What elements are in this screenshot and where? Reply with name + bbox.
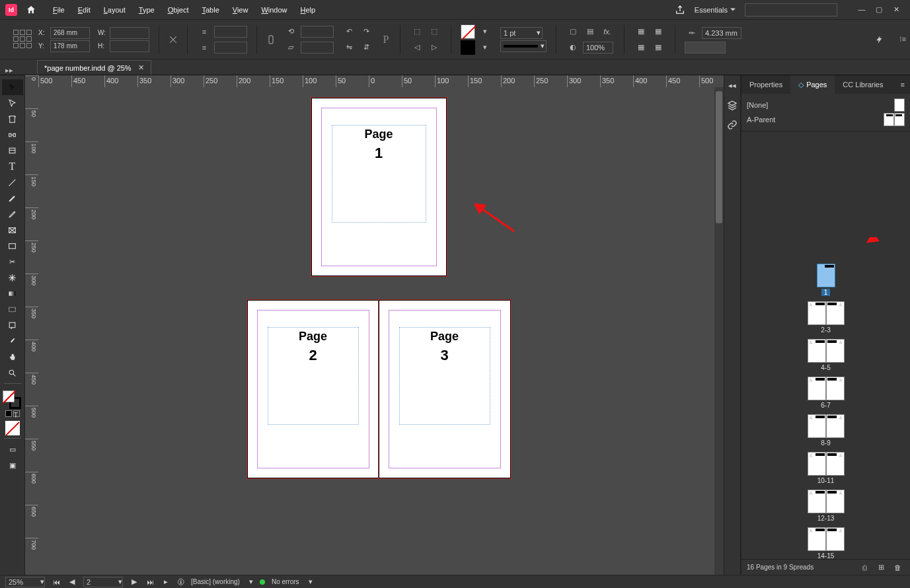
menu-window[interactable]: Window [254, 0, 293, 20]
object-style-select[interactable] [685, 42, 726, 54]
view-mode-preview-icon[interactable]: ▣ [2, 457, 23, 473]
rectangle-tool-icon[interactable] [2, 238, 23, 254]
menu-view[interactable]: View [226, 0, 255, 20]
content-collector-tool-icon[interactable] [2, 143, 23, 159]
links-panel-icon[interactable] [726, 119, 738, 131]
close-tab-icon[interactable]: ✕ [138, 63, 144, 72]
gradient-swatch-tool-icon[interactable] [2, 285, 23, 301]
fill-dropdown-icon[interactable]: ▾ [478, 24, 492, 39]
shear-select[interactable] [301, 42, 334, 54]
share-icon[interactable] [675, 5, 685, 15]
fit-content-icon[interactable]: ▦ [634, 24, 648, 39]
edit-page-size-icon[interactable]: ⎙ [862, 564, 873, 571]
direct-selection-tool-icon[interactable] [2, 95, 23, 111]
page-thumb-6-7[interactable]: AA6-7 [808, 377, 845, 409]
gradient-feather-tool-icon[interactable] [2, 301, 23, 317]
opacity-input[interactable]: 100% [583, 42, 613, 54]
select-container-icon[interactable]: ⬚ [410, 24, 424, 39]
rotate-icon[interactable]: ⟲ [284, 24, 298, 39]
shear-icon[interactable]: ▱ [284, 40, 298, 55]
fit-frame-icon[interactable]: ▦ [651, 24, 665, 39]
auto-fit-icon[interactable]: ▦ [634, 40, 648, 55]
line-tool-icon[interactable] [2, 174, 23, 190]
rotate-select[interactable] [301, 26, 334, 38]
parent-none[interactable]: [None] [747, 98, 905, 112]
prev-spread-button[interactable]: ◀ [67, 577, 77, 586]
rotate-ccw-icon[interactable]: ↶ [342, 24, 356, 39]
scale-lock-icon[interactable] [166, 32, 180, 47]
menu-layout[interactable]: Layout [97, 0, 132, 20]
home-icon[interactable] [25, 4, 37, 16]
menu-type[interactable]: Type [132, 0, 161, 20]
page-thumb-2-3[interactable]: AA2-3 [808, 301, 845, 334]
tab-cc-libraries[interactable]: CC Libraries [835, 75, 891, 94]
tab-properties[interactable]: Properties [741, 75, 790, 94]
reference-point-grid[interactable] [13, 30, 33, 50]
search-input[interactable] [745, 3, 837, 17]
text-wrap-icon[interactable]: ▤ [583, 24, 597, 39]
scale-y-select[interactable] [214, 42, 247, 54]
page-thumb-10-11[interactable]: AA10-11 [808, 452, 845, 484]
flip-v-icon[interactable]: ⇵ [359, 40, 373, 55]
rotate-cw-icon[interactable]: ↷ [359, 24, 373, 39]
preflight-profile-icon[interactable]: 🛈 [177, 578, 184, 586]
y-input[interactable] [50, 40, 90, 52]
stroke-swatch[interactable] [461, 40, 475, 55]
delete-page-icon[interactable]: 🗑 [894, 564, 905, 571]
preflight-status-icon[interactable] [260, 579, 265, 585]
stroke-weight-input[interactable]: 1 pt▾ [500, 27, 543, 39]
corner-options-icon[interactable]: ⬰ [685, 26, 699, 40]
page-thumb-14-15[interactable]: AA14-15 [808, 527, 845, 559]
page-thumb-12-13[interactable]: AA12-13 [808, 490, 845, 522]
page-navigation-input[interactable]: 2▾ [83, 577, 123, 587]
h-input[interactable] [110, 40, 149, 52]
opacity-icon[interactable]: ◐ [566, 40, 580, 55]
menu-object[interactable]: Object [161, 0, 196, 20]
link-icon[interactable] [264, 32, 278, 47]
gap-tool-icon[interactable] [2, 127, 23, 143]
align-left-icon[interactable]: ≡ [197, 24, 211, 39]
open-nav-icon[interactable]: ▸ [161, 577, 171, 586]
fill-color-swatch[interactable] [3, 390, 15, 402]
x-input[interactable] [50, 27, 90, 39]
page-2[interactable]: Page 2 [247, 300, 379, 478]
corner-shape-icon[interactable]: ▢ [566, 24, 580, 39]
page-thumb-1[interactable]: A1 [817, 264, 835, 296]
select-content-icon[interactable]: ⬚ [427, 24, 441, 39]
pen-tool-icon[interactable] [2, 190, 23, 206]
color-mode-buttons[interactable]: T [5, 410, 20, 417]
window-close-button[interactable]: ✕ [888, 5, 905, 14]
apply-none-icon[interactable] [5, 421, 20, 435]
new-page-icon[interactable]: ⊞ [878, 563, 889, 571]
workspace-switcher[interactable]: Essentials [695, 6, 736, 14]
parent-a[interactable]: A-Parent [747, 112, 905, 127]
select-next-icon[interactable]: ▷ [427, 40, 441, 55]
quick-apply-icon[interactable] [873, 32, 886, 47]
menu-help[interactable]: Help [294, 0, 322, 20]
selection-tool-icon[interactable] [2, 79, 23, 95]
view-mode-normal-icon[interactable]: ▭ [2, 441, 23, 457]
stroke-style-select[interactable]: ▾ [500, 40, 547, 52]
scale-x-select[interactable] [214, 26, 247, 38]
type-tool-icon[interactable]: T [2, 159, 23, 174]
menu-edit[interactable]: Edit [71, 0, 97, 20]
expand-toolbox-icon[interactable]: ▸▸ [5, 66, 13, 75]
eyedropper-tool-icon[interactable] [2, 333, 23, 349]
menu-file[interactable]: File [46, 0, 71, 20]
free-transform-tool-icon[interactable] [2, 270, 23, 285]
control-menu-icon[interactable]: ⁝≡ [895, 32, 910, 47]
pencil-tool-icon[interactable] [2, 206, 23, 222]
w-input[interactable] [110, 27, 149, 39]
corner-size-input[interactable]: 4.233 mm [702, 27, 741, 39]
select-prev-icon[interactable]: ◁ [410, 40, 424, 55]
next-spread-button[interactable]: ▶ [130, 577, 139, 586]
hand-tool-icon[interactable] [2, 349, 23, 365]
expand-panels-icon[interactable]: ◂◂ [726, 79, 738, 91]
note-tool-icon[interactable] [2, 317, 23, 333]
fill-swatch[interactable] [461, 24, 475, 39]
center-content-icon[interactable]: ▦ [651, 40, 665, 55]
vertical-scrollbar[interactable] [714, 87, 724, 575]
align-bottom-icon[interactable]: ≡ [197, 40, 211, 55]
page-3[interactable]: Page 3 [379, 300, 511, 478]
last-spread-button[interactable]: ⏭ [145, 578, 155, 586]
